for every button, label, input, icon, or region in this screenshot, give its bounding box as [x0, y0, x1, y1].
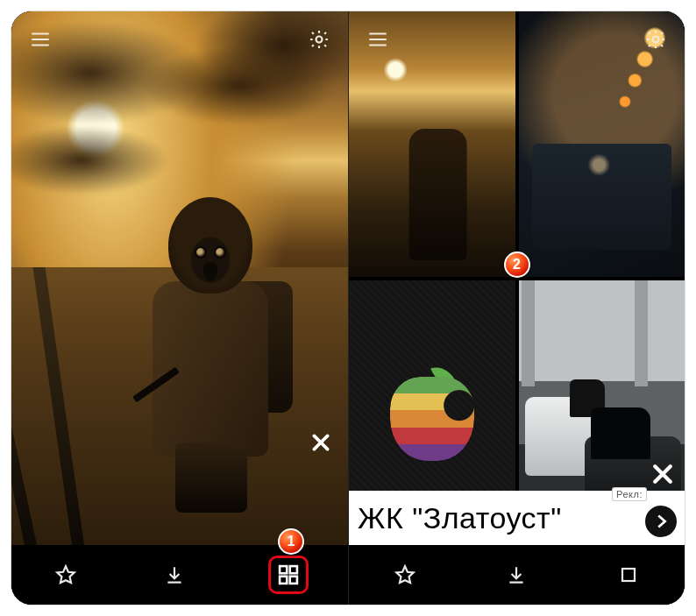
- callout-1: 1: [278, 528, 304, 555]
- grid-view-button[interactable]: 1: [268, 556, 309, 594]
- svg-rect-4: [290, 577, 297, 584]
- svg-rect-6: [622, 569, 635, 581]
- app-comparison-frame: 1 2: [11, 11, 685, 605]
- wallpaper-grid: 2: [349, 11, 685, 545]
- ad-banner[interactable]: ЖК "Златоуст" Рекл:: [349, 491, 685, 545]
- svg-rect-1: [280, 566, 287, 573]
- download-button[interactable]: [160, 560, 189, 590]
- favorite-button[interactable]: [51, 560, 81, 590]
- star-icon: [394, 563, 416, 586]
- gear-icon: [308, 28, 330, 51]
- menu-icon: [366, 28, 389, 51]
- ad-close-button[interactable]: [650, 461, 676, 487]
- pane-grid-wallpapers: 2 ЖК "Златоуст" Рекл:: [348, 11, 685, 605]
- top-bar: [11, 20, 348, 59]
- menu-button[interactable]: [25, 25, 55, 54]
- svg-rect-2: [290, 566, 297, 573]
- settings-button[interactable]: [304, 25, 334, 54]
- wallpaper-preview[interactable]: [11, 11, 348, 545]
- bottom-bar: 1: [11, 545, 348, 605]
- apple-logo: [390, 365, 474, 461]
- download-icon: [505, 563, 528, 586]
- favorite-button[interactable]: [390, 560, 420, 590]
- star-icon: [54, 563, 77, 586]
- bottom-bar: [349, 545, 685, 605]
- menu-icon: [29, 28, 52, 51]
- gear-icon: [644, 28, 667, 51]
- ad-text: ЖК "Златоуст": [358, 501, 562, 535]
- chevron-right-icon: [651, 512, 671, 531]
- figure-stalker: [137, 197, 286, 513]
- settings-button[interactable]: [641, 25, 671, 54]
- svg-rect-3: [280, 577, 287, 584]
- dismiss-button[interactable]: [306, 428, 336, 457]
- pane-single-wallpaper: 1: [11, 11, 348, 605]
- svg-point-5: [653, 37, 659, 43]
- single-view-button[interactable]: [614, 560, 643, 590]
- grid-icon: [276, 563, 301, 587]
- close-icon: [650, 461, 676, 487]
- ad-open-button[interactable]: [643, 503, 679, 540]
- download-button[interactable]: [501, 560, 531, 590]
- callout-2: 2: [504, 251, 530, 278]
- close-icon: [309, 431, 332, 454]
- svg-point-0: [316, 37, 323, 43]
- stop-icon: [618, 564, 639, 585]
- menu-button[interactable]: [363, 25, 393, 54]
- wallpaper-image: [11, 11, 348, 545]
- top-bar: [349, 20, 685, 59]
- download-icon: [163, 563, 186, 586]
- ad-label: Рекл:: [613, 488, 646, 500]
